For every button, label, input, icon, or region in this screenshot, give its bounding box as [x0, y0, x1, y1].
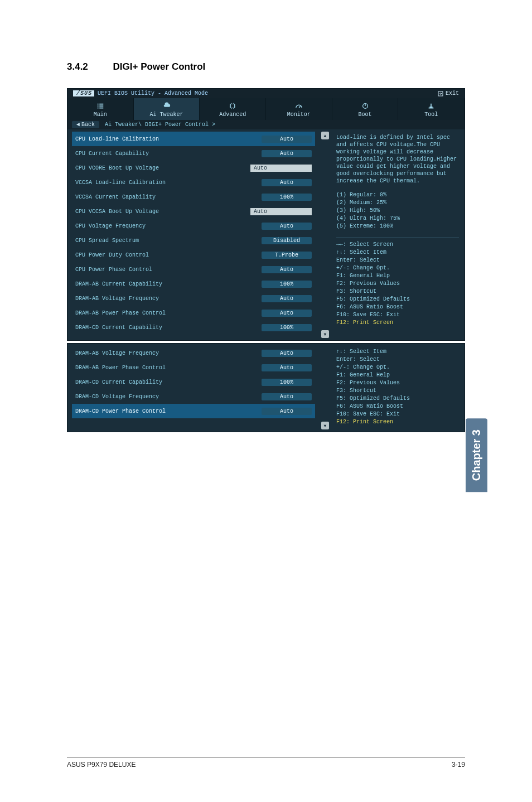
setting-value-dropdown[interactable]: Auto [262, 179, 312, 186]
setting-row[interactable]: CPU Voltage FrequencyAuto [72, 219, 315, 233]
setting-row[interactable]: CPU Current CapabilityAuto [72, 146, 315, 161]
tab-boot[interactable]: Boot [332, 98, 399, 120]
setting-value-input[interactable]: Auto [250, 165, 312, 172]
chapter-tab: Chapter 3 [466, 418, 487, 492]
setting-value-dropdown[interactable]: Auto [262, 136, 312, 143]
bios-title-text: UEFI BIOS Utility - Advanced Mode [98, 90, 208, 96]
setting-value-dropdown[interactable]: T.Probe [262, 252, 312, 259]
setting-value-dropdown[interactable]: Auto [262, 408, 312, 415]
setting-label: DRAM-CD Current Capability [75, 325, 262, 331]
setting-value-dropdown[interactable]: Disabled [262, 237, 312, 244]
exit-button[interactable]: Exit [438, 90, 459, 96]
setting-value-dropdown[interactable]: 100% [262, 379, 312, 386]
key-hint: F6: ASUS Ratio Boost [336, 303, 459, 311]
key-hint: +/-: Change Opt. [336, 364, 459, 371]
power-icon [332, 102, 398, 110]
setting-row[interactable]: DRAM-AB Power Phase ControlAuto [72, 360, 315, 375]
setting-value-input[interactable]: Auto [250, 208, 312, 215]
key-legend: →←: Select Screen↑↓: Select ItemEnter: S… [336, 237, 459, 327]
key-hint: F5: Optimized Defaults [336, 296, 459, 303]
setting-row[interactable]: DRAM-AB Voltage FrequencyAuto [72, 346, 315, 360]
setting-label: VCCSA Current Capability [75, 194, 262, 200]
settings-pane: CPU Load-line CalibrationAutoCPU Current… [67, 129, 320, 340]
setting-label: DRAM-AB Power Phase Control [75, 310, 262, 316]
setting-row[interactable]: CPU VCCSA Boot Up VoltageAuto [72, 204, 315, 219]
svg-rect-1 [231, 104, 235, 108]
setting-row[interactable]: CPU Spread SpectrumDisabled [72, 233, 315, 248]
setting-row[interactable]: VCCSA Current Capability100% [72, 190, 315, 204]
setting-value-dropdown[interactable]: Auto [262, 295, 312, 302]
setting-value-dropdown[interactable]: Auto [262, 150, 312, 157]
breadcrumb-row: ◄ Back Ai Tweaker\ DIGI+ Power Control > [67, 120, 465, 129]
key-hint: F6: ASUS Ratio Boost [336, 403, 459, 410]
tab-label: Main [67, 112, 133, 118]
section-title: DIGI+ Power Control [113, 61, 206, 72]
setting-value-dropdown[interactable]: 100% [262, 194, 312, 201]
scrollbar[interactable]: ▲ ▼ [320, 129, 331, 340]
tab-bar: MainAi TweakerAdvancedMonitorBootTool [67, 98, 465, 120]
key-hint-highlight: F12: Print Screen [336, 418, 459, 426]
setting-value-dropdown[interactable]: Auto [262, 310, 312, 317]
exit-label: Exit [446, 90, 459, 96]
scrollbar-bottom[interactable]: ▼ [320, 344, 331, 432]
setting-value-dropdown[interactable]: Auto [262, 266, 312, 273]
tab-ai-tweaker[interactable]: Ai Tweaker [134, 98, 200, 120]
tab-advanced[interactable]: Advanced [200, 98, 266, 120]
setting-value-dropdown[interactable]: 100% [262, 281, 312, 288]
setting-value-dropdown[interactable]: Auto [262, 393, 312, 400]
setting-row[interactable]: DRAM-AB Voltage FrequencyAuto [72, 291, 315, 306]
bios-window-top: /SUS UEFI BIOS Utility - Advanced Mode E… [67, 88, 465, 341]
setting-row[interactable]: DRAM-AB Current Capability100% [72, 277, 315, 291]
key-hint: F3: Shortcut [336, 288, 459, 296]
key-hint-highlight: F12: Print Screen [336, 319, 459, 327]
help-list-item: (2) Medium: 25% [336, 199, 459, 207]
setting-value-dropdown[interactable]: 100% [262, 324, 312, 331]
setting-value-dropdown[interactable]: Auto [262, 223, 312, 230]
scroll-down-icon[interactable]: ▼ [321, 422, 329, 429]
help-list-item: (3) High: 50% [336, 207, 459, 215]
setting-label: DRAM-CD Current Capability [75, 379, 262, 385]
breadcrumb: Ai Tweaker\ DIGI+ Power Control > [105, 122, 215, 128]
back-button[interactable]: ◄ Back [72, 121, 99, 128]
setting-row[interactable]: CPU Power Phase ControlAuto [72, 262, 315, 277]
footer-right: 3-19 [452, 761, 465, 769]
setting-row[interactable]: CPU Power Duty ControlT.Probe [72, 248, 315, 262]
key-hint: F2: Previous Values [336, 280, 459, 288]
setting-label: DRAM-AB Power Phase Control [75, 365, 262, 371]
setting-label: CPU VCCSA Boot Up Voltage [75, 209, 250, 215]
setting-value-dropdown[interactable]: Auto [262, 364, 312, 371]
setting-row[interactable]: CPU VCORE Boot Up VoltageAuto [72, 161, 315, 175]
tab-label: Boot [332, 112, 398, 118]
help-list: (1) Regular: 0%(2) Medium: 25%(3) High: … [336, 191, 459, 230]
setting-label: CPU Spread Spectrum [75, 238, 262, 244]
bios-titlebar: /SUS UEFI BIOS Utility - Advanced Mode E… [67, 89, 465, 98]
setting-row[interactable]: DRAM-CD Power Phase ControlAuto [72, 404, 315, 418]
tab-main[interactable]: Main [67, 98, 134, 120]
setting-row[interactable]: VCCSA Load-line CalibrationAuto [72, 175, 315, 190]
brand-logo: /SUS [73, 90, 94, 96]
help-pane-bottom: ↑↓: Select ItemEnter: Select+/-: Change … [331, 344, 465, 432]
setting-value-dropdown[interactable]: Auto [262, 350, 312, 357]
setting-row[interactable]: DRAM-CD Current Capability100% [72, 375, 315, 389]
tab-monitor[interactable]: Monitor [266, 98, 332, 120]
list-icon [67, 102, 133, 110]
help-text: Load-line is defined by Intel spec and a… [336, 134, 459, 185]
setting-label: DRAM-CD Power Phase Control [75, 408, 262, 414]
help-list-item: (4) Ultra High: 75% [336, 215, 459, 223]
back-label: Back [81, 122, 95, 128]
setting-row[interactable]: DRAM-CD Current Capability100% [72, 320, 315, 335]
tab-label: Ai Tweaker [134, 112, 200, 118]
scroll-down-icon[interactable]: ▼ [321, 330, 329, 338]
key-hint: Enter: Select [336, 356, 459, 364]
key-hint: F2: Previous Values [336, 379, 459, 387]
setting-row[interactable]: DRAM-AB Power Phase ControlAuto [72, 306, 315, 320]
scroll-up-icon[interactable]: ▲ [321, 132, 329, 139]
key-hint: F3: Shortcut [336, 387, 459, 395]
setting-label: CPU VCORE Boot Up Voltage [75, 165, 250, 171]
bios-title: /SUS UEFI BIOS Utility - Advanced Mode [73, 90, 208, 96]
tab-tool[interactable]: Tool [398, 98, 465, 120]
tab-label: Monitor [266, 112, 332, 118]
setting-row[interactable]: DRAM-CD Voltage FrequencyAuto [72, 389, 315, 404]
setting-row[interactable]: CPU Load-line CalibrationAuto [72, 132, 315, 146]
tab-label: Advanced [200, 112, 265, 118]
